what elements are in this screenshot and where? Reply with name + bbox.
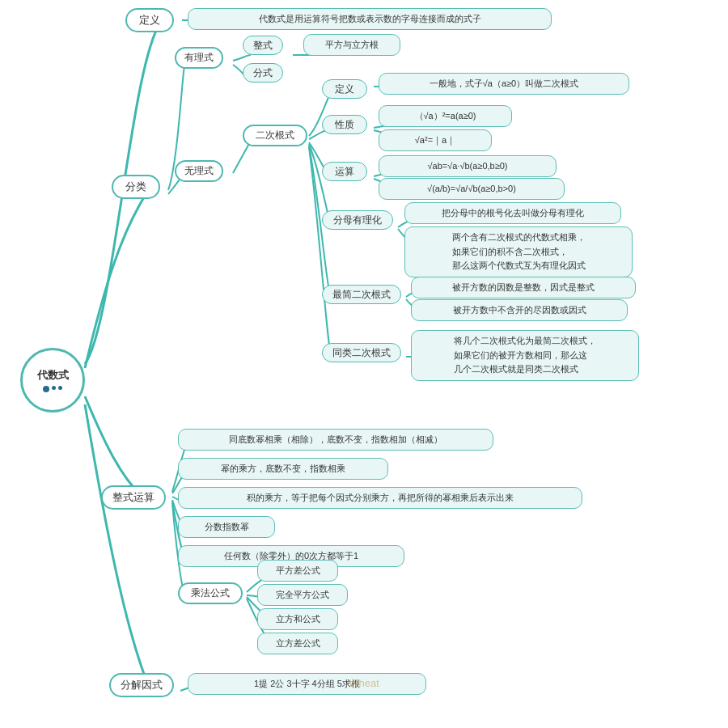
leaf-erci-fm1: 把分母中的根号化去叫做分母有理化 [404,202,621,224]
erci-xz-label: 性质 [335,118,354,131]
leaf-erci-tl: 将几个二次根式化为最简二次根式，如果它们的被开方数相同，那么这几个二次根式就是同… [411,330,639,381]
erci-fm1-content: 把分母中的根号化去叫做分母有理化 [442,206,584,220]
erci-fm2-content: 两个含有二次根式的代数式相乘，如果它们的积不含二次根式，那么这两个代数式互为有理… [452,231,586,273]
youli-label: 有理式 [184,51,214,65]
node-zhengshy: 整式运算 [101,485,166,510]
leaf-erci-ys2: √(a/b)=√a/√b(a≥0,b>0) [379,178,565,200]
cf4-content: 立方差公式 [276,637,320,650]
erci-def-content: 一般地，式子√a（a≥0）叫做二次根式 [430,77,578,91]
dingyi-content: 代数式是用运算符号把数或表示数的字母连接而成的式子 [259,12,481,26]
leaf-zs3: 积的乘方，等于把每个因式分别乘方，再把所得的幂相乘后表示出来 [178,487,582,509]
center-node: 代数式 [20,348,85,413]
center-label: 代数式 [37,368,69,383]
dot-small [58,386,62,390]
cf2-content: 完全平方公式 [276,588,329,602]
erci-ys2-content: √(a/b)=√a/√b(a≥0,b>0) [427,182,516,196]
leaf-cf3: 立方和公式 [257,608,338,630]
leaf-erci-fm2: 两个含有二次根式的代数式相乘，如果它们的积不含二次根式，那么这两个代数式互为有理… [404,226,633,277]
erci-fm-label: 分母有理化 [333,214,382,226]
zhengshy-label: 整式运算 [112,490,154,505]
cf3-content: 立方和公式 [276,612,320,626]
center-decoration [43,386,62,392]
dot-large [43,386,49,392]
node-fenshi: 分式 [243,63,283,83]
zhengshi-label: 整式 [253,39,273,52]
leaf-dingyi: 代数式是用运算符号把数或表示数的字母连接而成的式子 [188,8,552,30]
erci-xz2-content: √a²=｜a｜ [415,133,455,147]
fenlei-label: 分类 [125,180,146,194]
erci-tl-content: 将几个二次根式化为最简二次根式，如果它们的被开方数相同，那么这几个二次根式就是同… [454,334,596,377]
fenjie-label: 分解因式 [121,678,163,692]
erci-zj2-content: 被开方数中不含开的尽因数或因式 [453,303,586,317]
node-fenjie: 分解因式 [109,673,174,697]
leaf-erci-zj2: 被开方数中不含开的尽因数或因式 [411,299,628,321]
leaf-erci-xz2: √a²=｜a｜ [379,129,492,151]
leaf-zs2: 幂的乘方，底数不变，指数相乘 [178,458,388,480]
node-chenfa: 乘法公式 [178,582,243,604]
leaf-pingfang: 平方与立方根 [303,34,400,56]
svg-line-1 [233,141,251,173]
chenfa-label: 乘法公式 [191,586,230,600]
node-dingyi: 定义 [125,8,174,32]
pingfang-content: 平方与立方根 [325,38,379,52]
zs1-content: 同底数幂相乘（相除），底数不变，指数相加（相减） [229,433,442,447]
leaf-zs1: 同底数幂相乘（相除），底数不变，指数相加（相减） [178,429,493,451]
dot-medium [52,386,56,390]
erci-zj-label: 最简二次根式 [332,288,391,301]
fenshi-label: 分式 [253,66,273,79]
erci-zj1-content: 被开方数的因数是整数，因式是整式 [452,281,595,294]
erci-label: 二次根式 [256,129,294,142]
node-erci-tl: 同类二次根式 [322,343,401,362]
zs4-content: 分数指数幂 [205,520,249,534]
erci-def-label: 定义 [335,83,354,95]
erci-xz1-content: （√a）²=a(a≥0) [415,109,476,123]
node-erci-def: 定义 [322,79,367,99]
leaf-erci-ys1: √ab=√a·√b(a≥0,b≥0) [379,155,557,177]
dingyi-label: 定义 [139,13,160,28]
zs3-content: 积的乘方，等于把每个因式分别乘方，再把所得的幂相乘后表示出来 [247,491,514,505]
erci-ys-label: 运算 [335,165,354,178]
leaf-erci-zj1: 被开方数的因数是整数，因式是整式 [411,277,636,298]
leaf-fenjie: 1提 2公 3十字 4分组 5求根 [188,673,426,695]
erci-ys1-content: √ab=√a·√b(a≥0,b≥0) [428,159,508,173]
node-wuli: 无理式 [175,160,223,182]
node-youli: 有理式 [175,47,223,69]
wheat-label: Wheat [349,677,379,689]
leaf-cf4: 立方差公式 [257,633,338,654]
leaf-cf1: 平方差公式 [257,560,338,582]
zs2-content: 幂的乘方，底数不变，指数相乘 [221,462,345,476]
node-erci-xz: 性质 [322,115,367,134]
leaf-cf2: 完全平方公式 [257,584,348,606]
leaf-erci-xz1: （√a）²=a(a≥0) [379,105,512,127]
wuli-label: 无理式 [184,164,214,178]
leaf-zs4: 分数指数幂 [178,516,275,538]
erci-tl-label: 同类二次根式 [332,346,391,359]
node-erci: 二次根式 [243,125,307,146]
node-erci-fm: 分母有理化 [322,210,393,230]
node-erci-ys: 运算 [322,162,367,181]
leaf-erci-def: 一般地，式子√a（a≥0）叫做二次根式 [379,73,629,95]
node-erci-zj: 最简二次根式 [322,285,401,304]
fenjie-content: 1提 2公 3十字 4分组 5求根 [254,677,360,691]
node-fenlei: 分类 [112,175,160,199]
node-zhengshi: 整式 [243,36,283,55]
cf1-content: 平方差公式 [276,564,320,578]
mind-map: .conn { fill: none; stroke: #3db8ae; str… [0,0,728,728]
